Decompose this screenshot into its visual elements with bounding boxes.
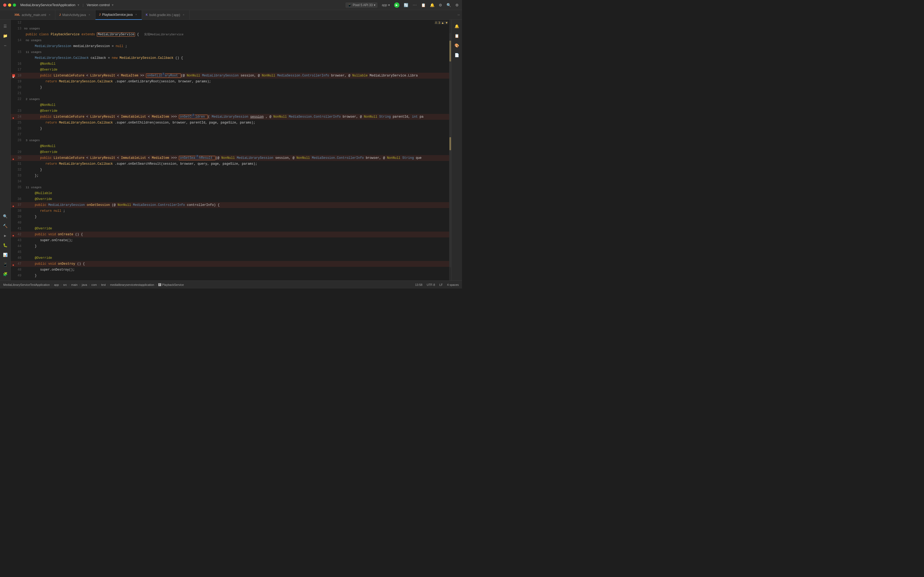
sidebar-icon-build[interactable]: 🔨 xyxy=(1,222,10,230)
semicolon: ; xyxy=(125,44,127,48)
toolbar-icon-2[interactable]: 🔔 xyxy=(430,3,435,7)
tab-close-icon[interactable]: × xyxy=(134,13,138,16)
title-separator: ▾ xyxy=(77,3,79,7)
code-line-43: 43 super.onCreate(); xyxy=(11,237,451,243)
toolbar-icon-3[interactable]: ⚙ xyxy=(439,3,442,7)
sidebar-icon-project[interactable]: 📁 xyxy=(1,32,10,40)
code-line-21: 21 xyxy=(11,90,451,96)
code-line-23: 23 @Override xyxy=(11,108,451,114)
tab-build-gradle[interactable]: K build.gradle.kts (:app) × xyxy=(142,10,190,20)
tab-main-activity[interactable]: J MainActivity.java × xyxy=(55,10,95,20)
vc-chevron: ▾ xyxy=(112,3,114,7)
extends-class: MediaLibraryService xyxy=(97,32,135,37)
line-content-13: no usages xyxy=(24,26,451,32)
tab-close-icon[interactable]: × xyxy=(88,13,92,17)
app-config[interactable]: app ▾ xyxy=(382,3,390,7)
code-line-26: 26 } xyxy=(11,126,451,132)
sidebar-icon-menu[interactable]: ☰ xyxy=(1,22,10,31)
code-line-15b: MediaLibrarySession.Callback callback = … xyxy=(11,55,451,61)
code-line-14a: 14 no usages xyxy=(11,37,451,44)
line-num-13: 13 xyxy=(11,26,24,32)
code-line-37: 37 ● public MediaLibrarySession onGetSes… xyxy=(11,202,451,208)
sidebar-icon-search[interactable]: 🔍 xyxy=(1,212,10,221)
tab-activity-main[interactable]: XML activity_main.xml × xyxy=(11,10,55,20)
maximize-button[interactable] xyxy=(13,3,16,7)
toolbar-icon-5[interactable]: ⚙ xyxy=(455,3,459,7)
more-tabs-icon[interactable]: ⋯ xyxy=(458,13,460,17)
tab-playback-service[interactable]: J PlaybackService.java × xyxy=(95,10,142,20)
toolbar-icon-4[interactable]: 🔍 xyxy=(446,3,451,7)
code-line-19: 19 return MediaLibrarySession.Callback .… xyxy=(11,79,451,84)
breadcrumb-main: main xyxy=(71,283,77,286)
no-usages-13: no usages xyxy=(24,27,40,30)
status-time: 13:58 xyxy=(415,283,422,286)
tab-close-icon[interactable]: × xyxy=(48,13,52,17)
code-line-29: 29 @Override xyxy=(11,149,451,155)
sync-icon[interactable]: 🔄 xyxy=(404,3,408,7)
tab-close-icon[interactable]: × xyxy=(182,13,185,17)
app-chevron: ▾ xyxy=(388,3,390,7)
toolbar-icon-1[interactable]: 📋 xyxy=(421,3,426,7)
code-line-18: 18 ● public ListenableFuture < LibraryRe… xyxy=(11,73,451,79)
warning-up-arrow[interactable]: ▲ xyxy=(441,21,444,24)
code-line-27: 27 xyxy=(11,132,451,137)
device-selector[interactable]: 📱 Pixel 5 API 33 ▾ xyxy=(345,2,378,8)
code-line-40: 40 xyxy=(11,220,451,226)
more-options-icon[interactable]: ⋯ xyxy=(412,2,417,8)
device-name: Pixel 5 API 33 xyxy=(353,3,373,7)
minimize-button[interactable] xyxy=(8,3,11,7)
breadcrumb-sep-2: › xyxy=(60,283,61,286)
tooltip-13: 实现MediaLibraryService xyxy=(144,33,184,36)
close-button[interactable] xyxy=(3,3,6,7)
no-usages-14: no usages xyxy=(26,39,42,42)
brace: { xyxy=(137,32,139,36)
code-line-24: 24 ● public ListenableFuture < LibraryRe… xyxy=(11,114,451,120)
line-content-13b: public class PlaybackService extends Med… xyxy=(24,32,451,37)
tab-label: MainActivity.java xyxy=(62,13,86,17)
code-line-47: 47 ● public void onDestroy () { xyxy=(11,261,451,267)
keyword-null: null xyxy=(116,44,123,48)
code-line-22a: 22 2 usages xyxy=(11,96,451,102)
code-line-28b: @NonNull xyxy=(11,143,451,149)
line-content: no usages xyxy=(24,37,451,44)
sidebar-icon-profile[interactable]: 📊 xyxy=(1,251,10,259)
right-sidebar: 🔔 📋 🎨 📄 xyxy=(451,20,462,280)
main-layout: ☰ 📁 ⋯ 🔍 🔨 ▶ 🐛 📊 📱 🧩 12 13 xyxy=(0,20,462,280)
code-line-41: 41 @Override xyxy=(11,226,451,232)
method-highlight-24: 2 onGetChildren xyxy=(179,115,208,119)
run-button[interactable] xyxy=(394,2,399,8)
tab-label: activity_main.xml xyxy=(22,13,46,17)
code-line-36: 36 @Override xyxy=(11,196,451,202)
version-control-label[interactable]: Version control xyxy=(87,3,109,7)
code-line-34: 34 xyxy=(11,179,451,184)
breadcrumb-sep-8: › xyxy=(156,283,157,286)
sidebar-icon-run[interactable]: ▶ xyxy=(1,231,10,240)
scrollbar-thumb[interactable] xyxy=(449,33,451,268)
statusbar: MediaLibraryServiceTestApplication › app… xyxy=(0,280,462,288)
breadcrumb-package: medialibraryservicetestapplication xyxy=(110,283,154,286)
sidebar-icon-device[interactable]: 📱 xyxy=(1,260,10,269)
warning-down-arrow[interactable]: ▼ xyxy=(445,21,448,24)
sidebar-icon-debug[interactable]: 🐛 xyxy=(1,241,10,250)
right-sidebar-color[interactable]: 🎨 xyxy=(452,41,461,50)
sidebar-icon-extensions[interactable]: 🧩 xyxy=(1,270,10,278)
breadcrumb-app-dir: app xyxy=(54,283,59,286)
breadcrumb-test: test xyxy=(101,283,106,286)
code-line-33: 33 }; xyxy=(11,173,451,179)
code-line-31: 31 return MediaLibrarySession.Callback .… xyxy=(11,161,451,167)
tabbar: XML activity_main.xml × J MainActivity.j… xyxy=(0,10,462,20)
breadcrumb-sep-3: › xyxy=(69,283,70,286)
warning-count: 3 xyxy=(438,21,440,24)
code-line-14b: MediaLibrarySession mediaLibrarySession … xyxy=(11,44,451,49)
sidebar-icon-more[interactable]: ⋯ xyxy=(1,41,10,50)
tab-label: build.gradle.kts (:app) xyxy=(149,13,180,17)
right-sidebar-icon-1[interactable]: 📋 xyxy=(452,32,461,40)
keyword-public: public xyxy=(26,32,39,36)
right-sidebar-notifications[interactable]: 🔔 xyxy=(452,22,461,31)
method-highlight-30: 3 onGetSearchResult xyxy=(179,156,216,160)
status-encoding: UTF-8 xyxy=(427,283,435,286)
scrollbar-track[interactable] xyxy=(449,20,451,280)
code-line-30: 30 ● public ListenableFuture < LibraryRe… xyxy=(11,155,451,161)
code-line-16: 16 @NonNull xyxy=(11,61,451,67)
right-sidebar-icon-3[interactable]: 📄 xyxy=(452,51,461,60)
